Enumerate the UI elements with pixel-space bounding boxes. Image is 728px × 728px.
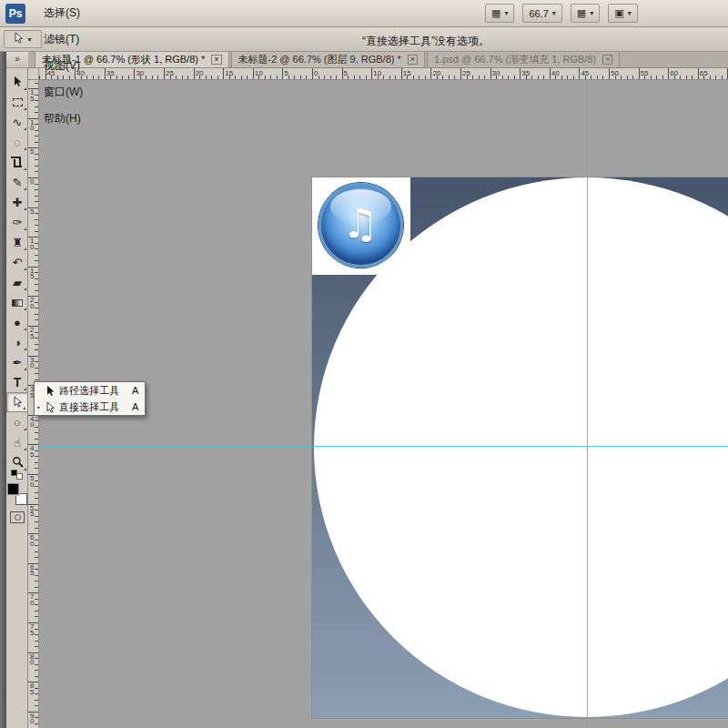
menu-item-select[interactable]: 选择(S) [33, 0, 94, 26]
ruler-label: 1 0 [30, 238, 34, 250]
tools-panel-header[interactable]: » [6, 52, 28, 68]
ruler-tick [35, 159, 38, 160]
ruler-tick [35, 700, 38, 701]
foreground-color-swatch[interactable] [7, 483, 19, 495]
itunes-icon-tile: ♫ [312, 177, 410, 275]
horizontal-guide[interactable] [39, 446, 728, 447]
ruler-tick [472, 76, 473, 79]
healing-brush-tool[interactable]: ✚ [6, 192, 28, 212]
flyout-indicator-icon [24, 448, 26, 450]
ruler-tick [35, 231, 38, 232]
ruler-label: 10 [255, 69, 263, 77]
view-extras-button[interactable]: ▦▾ [485, 4, 514, 23]
flyout-indicator-icon [24, 328, 26, 330]
move-tool[interactable] [6, 72, 28, 92]
tab-1psd[interactable]: 1.psd @ 66.7% (渐变填充 1, RGB/8)× [427, 51, 620, 67]
ruler-tick [152, 76, 153, 79]
ruler-tick [35, 213, 38, 214]
flyout-indicator-icon [24, 87, 26, 90]
gradient-tool[interactable] [6, 292, 28, 312]
arrange-documents-button[interactable]: ▦▾ [571, 4, 600, 23]
ruler-tick [567, 76, 568, 79]
lasso-tool[interactable]: ∿ [6, 112, 28, 132]
menu-item-view[interactable]: 视图(V) [33, 53, 94, 79]
ruler-tick [35, 243, 38, 244]
ruler-label: 65 [700, 69, 708, 77]
rectangular-marquee-tool[interactable] [6, 92, 28, 112]
ruler-tick [591, 76, 592, 79]
ellipse-tool[interactable]: ○ [6, 412, 28, 432]
document-canvas[interactable]: ♫ [312, 177, 728, 718]
dodge-tool[interactable]: ◑ [6, 332, 28, 352]
crop-tool[interactable] [6, 152, 28, 172]
ruler-tick [35, 492, 38, 493]
ruler-tick [206, 76, 207, 79]
eyedropper-tool[interactable]: ✎ [6, 172, 28, 192]
ruler-tick [35, 349, 38, 350]
ruler-tick [35, 332, 38, 333]
quick-selection-tool[interactable]: ◌ [6, 132, 28, 152]
ruler-tick [722, 76, 723, 79]
ruler-label: 55 [641, 69, 649, 77]
type-tool-icon: T [14, 376, 22, 389]
ruler-label: 8 0 [30, 654, 34, 666]
vertical-guide[interactable] [587, 80, 588, 728]
ruler-tick [35, 510, 38, 511]
history-brush-tool[interactable]: ↶ [6, 252, 28, 272]
flyout-item-path-selection-tool[interactable]: 路径选择工具A [35, 382, 145, 399]
menu-item-window[interactable]: 窗口(W) [33, 79, 94, 106]
hand-tool[interactable]: ☝ [6, 432, 28, 452]
ruler-tick [35, 498, 38, 499]
menu-item-filter[interactable]: 滤镜(T) [33, 26, 94, 53]
ruler-tick [300, 76, 301, 79]
tab-untitled-2[interactable]: 未标题-2 @ 66.7% (图层 9, RGB/8) *× [231, 51, 426, 67]
brush-tool[interactable]: ✑ [6, 212, 28, 232]
ruler-tick [359, 76, 360, 79]
ruler-tick [419, 76, 420, 79]
ruler-label: 0 [30, 179, 34, 186]
ruler-tick [157, 76, 158, 79]
flyout-indicator-icon [24, 268, 26, 270]
ruler-tick [35, 705, 38, 706]
ruler-tick [680, 76, 681, 79]
arrange-documents-button-icon: ▦ [577, 7, 586, 19]
ruler-tick [35, 284, 38, 285]
ruler-tick [35, 723, 38, 724]
default-colors-icon[interactable] [11, 470, 23, 480]
gloss-highlight [330, 189, 392, 223]
flyout-item-direct-selection-tool[interactable]: ▪直接选择工具A [35, 399, 145, 415]
ruler-label: 45 [581, 69, 589, 77]
close-icon[interactable]: × [211, 55, 221, 65]
ruler-tick [35, 693, 38, 694]
ruler-tick [35, 368, 38, 369]
pen-tool[interactable]: ✒ [6, 352, 28, 372]
flyout-indicator-icon [24, 127, 26, 130]
ruler-tick [627, 76, 628, 79]
close-icon[interactable]: × [602, 55, 612, 65]
ruler-tick [35, 599, 38, 600]
options-hint-text: “直接选择工具”没有选项。 [362, 34, 490, 49]
blur-tool[interactable]: ● [6, 312, 28, 332]
screen-mode-button[interactable]: ▣▾ [608, 4, 637, 23]
direct-selection-tool[interactable] [6, 392, 28, 412]
ruler-tick [35, 439, 38, 440]
close-icon[interactable]: × [408, 55, 418, 65]
menu-item-help[interactable]: 帮助(H) [33, 106, 94, 132]
ruler-tick [35, 521, 38, 522]
ruler-label: 5 [30, 149, 34, 156]
horizontal-ruler[interactable]: 4540353025201510505101520253035404550556… [39, 68, 728, 80]
app-logo[interactable]: Ps [5, 4, 25, 24]
ruler-tick [710, 76, 711, 79]
quick-mask-button[interactable] [10, 511, 25, 523]
ruler-tick [621, 76, 622, 79]
eraser-tool[interactable]: ▰ [6, 272, 28, 292]
ruler-tick [270, 76, 271, 79]
zoom-level-dropdown[interactable]: 66.7▾ [522, 4, 561, 23]
chevron-down-icon: ▾ [628, 9, 632, 17]
ruler-tick [366, 76, 367, 79]
ruler-tick [35, 581, 38, 581]
flyout-indicator-icon [24, 288, 26, 290]
type-tool[interactable]: T [6, 372, 28, 392]
tab-title: 未标题-2 @ 66.7% (图层 9, RGB/8) * [238, 53, 401, 66]
clone-stamp-tool[interactable]: ♜ [6, 232, 28, 252]
